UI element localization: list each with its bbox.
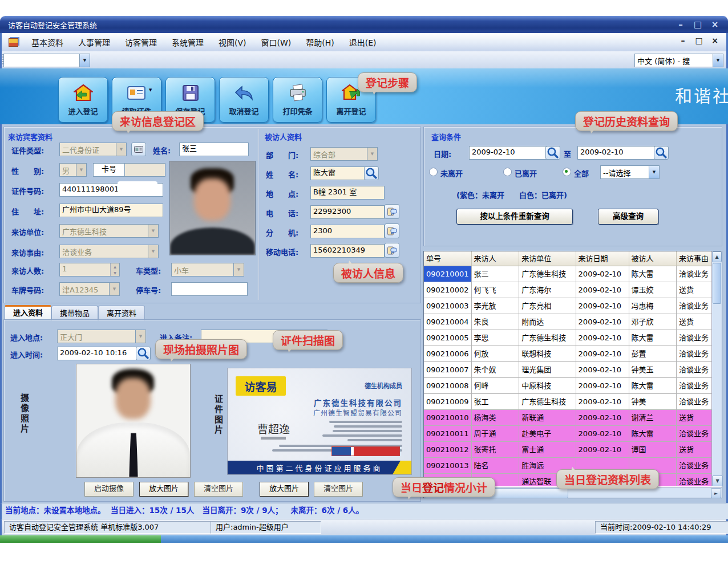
table-cell[interactable]: 陈大雷 — [629, 330, 677, 346]
menu-exit[interactable]: 退出(E) — [342, 36, 384, 48]
table-cell[interactable]: 周于通 — [472, 426, 520, 442]
table-cell[interactable]: 彭置 — [629, 346, 677, 362]
table-cell[interactable]: 何峰 — [472, 378, 520, 394]
plate-combobox[interactable]: 津A12345▼ — [59, 282, 120, 296]
visited-name-field[interactable]: 陈大雷 — [310, 166, 366, 180]
column-header[interactable]: 来访人 — [472, 251, 520, 266]
language-combobox[interactable]: 中文 (简体) - 搜 ▼ — [634, 54, 723, 67]
menu-view[interactable]: 视图(V) — [211, 36, 254, 48]
table-cell[interactable]: 广东德生科技 — [519, 394, 576, 410]
stepper-down-icon[interactable]: ▼ — [111, 270, 119, 276]
filter-combobox[interactable]: --请选择▼ — [600, 165, 660, 179]
zoom-card-button[interactable]: 放大图片 — [260, 482, 309, 497]
chevron-down-icon[interactable]: ▼ — [109, 283, 119, 295]
radio-all[interactable] — [563, 168, 571, 176]
table-cell[interactable]: 中原科技 — [519, 378, 576, 394]
place-field[interactable]: B幢 2301 室 — [310, 186, 385, 200]
table-cell[interactable]: 2009-02-10 — [576, 266, 629, 282]
scrollbar-thumb[interactable] — [713, 263, 721, 304]
table-cell[interactable]: 李光放 — [472, 298, 520, 314]
scroll-right-icon[interactable]: ► — [711, 488, 721, 498]
table-cell[interactable]: 张寄托 — [472, 442, 520, 458]
chevron-down-icon[interactable]: ▼ — [148, 225, 158, 237]
menu-hr[interactable]: 人事管理 — [71, 36, 118, 48]
table-cell[interactable]: 2009-02-10 — [576, 426, 629, 442]
table-cell[interactable]: 090210011 — [424, 426, 472, 442]
table-cell[interactable]: 赴美电子 — [519, 426, 576, 442]
tab-leave-info[interactable]: 离开资料 — [98, 306, 145, 320]
table-cell[interactable]: 090210008 — [424, 378, 472, 394]
sms-icon[interactable] — [385, 243, 399, 258]
table-cell[interactable]: 2009-02-10 — [576, 442, 629, 458]
table-cell[interactable]: 2009-02-10 — [576, 330, 629, 346]
table-cell[interactable]: 谢清兰 — [629, 410, 677, 426]
tab-carried-items[interactable]: 携带物品 — [51, 306, 98, 320]
date-from-field[interactable]: 2009-02-10 — [469, 146, 549, 160]
address-field[interactable]: 广州市中山大道89号 — [59, 204, 163, 217]
car-type-combobox[interactable]: 小车▼ — [171, 263, 244, 277]
table-row[interactable]: 090210005李思广东德生科技2009-02-10陈大雷洽谈业务 — [424, 330, 722, 346]
restore-button[interactable]: □ — [691, 19, 704, 30]
scroll-down-icon[interactable]: ▼ — [712, 475, 723, 486]
quick-select-combobox[interactable]: ▼ — [3, 54, 90, 67]
chevron-down-icon[interactable]: ▼ — [116, 143, 126, 156]
requery-button[interactable]: 按以上条件重新查询 — [456, 209, 573, 225]
start-camera-button[interactable]: 启动摄像 — [84, 482, 134, 497]
card-reader-icon[interactable] — [131, 143, 146, 156]
table-cell[interactable]: 富士通 — [519, 442, 576, 458]
radio-left[interactable] — [503, 168, 512, 176]
table-cell[interactable]: 何放 — [472, 346, 520, 362]
table-cell[interactable]: 李思 — [472, 330, 520, 346]
cancel-register-button[interactable]: 取消登记 — [219, 77, 269, 123]
entry-place-combobox[interactable]: 正大门▼ — [57, 330, 146, 343]
table-cell[interactable]: 2009-02-10 — [576, 298, 629, 314]
tab-entry-info[interactable]: 进入资料 — [5, 305, 51, 320]
entry-time-field[interactable]: 2009-02-10 10:16 — [57, 347, 139, 360]
child-close-button[interactable]: × — [710, 36, 720, 45]
vertical-scrollbar[interactable]: ▲ ▼ — [711, 251, 722, 486]
print-slip-button[interactable]: 打印凭条 — [273, 77, 322, 123]
column-header[interactable]: 被访人 — [629, 251, 677, 266]
table-cell[interactable]: 陈大雷 — [629, 266, 677, 282]
table-cell[interactable]: 090210003 — [424, 298, 472, 314]
table-cell[interactable]: 理光集团 — [519, 362, 576, 378]
parking-field[interactable] — [171, 282, 248, 296]
table-row[interactable]: 090210002何飞飞广东海尔2009-02-10谭玉姣送货 — [424, 282, 722, 298]
table-cell[interactable]: 张工 — [472, 394, 520, 410]
gender-combobox[interactable]: 男▼ — [59, 163, 87, 177]
table-row[interactable]: 090210004朱良附而达2009-02-10邓子欣送货 — [424, 314, 722, 330]
table-cell[interactable]: 2009-02-10 — [576, 378, 629, 394]
table-cell[interactable]: 广东德生科技 — [519, 266, 576, 282]
child-minimize-button[interactable]: – — [678, 36, 688, 45]
column-header[interactable]: 单号 — [424, 251, 472, 266]
sms-icon[interactable] — [385, 223, 399, 238]
table-cell[interactable]: 090210006 — [424, 346, 472, 362]
chevron-down-icon[interactable]: ▼ — [233, 263, 244, 276]
table-cell[interactable]: 090210012 — [424, 442, 472, 458]
table-cell[interactable]: 朱个奴 — [472, 362, 520, 378]
table-cell[interactable]: 2009-02-10 — [576, 394, 629, 410]
menu-system[interactable]: 系统管理 — [164, 36, 211, 48]
advanced-query-button[interactable]: 高级查询 — [598, 209, 658, 225]
chevron-down-icon[interactable]: ▼ — [135, 330, 145, 343]
search-person-icon[interactable] — [364, 166, 379, 180]
date-picker-icon[interactable] — [654, 146, 669, 160]
zoom-photo-button[interactable]: 放大图片 — [139, 482, 188, 497]
table-cell[interactable]: 090210010 — [424, 410, 472, 426]
chevron-down-icon[interactable]: ▼ — [148, 245, 158, 258]
date-picker-icon[interactable] — [545, 146, 560, 160]
menu-basic-data[interactable]: 基本资料 — [24, 36, 71, 48]
scroll-up-icon[interactable]: ▲ — [712, 251, 722, 262]
clear-photo-button[interactable]: 清空图片 — [194, 482, 243, 497]
table-row[interactable]: 090210010杨海类新联通2009-02-10谢清兰送货 — [424, 410, 722, 426]
table-cell[interactable]: 联想科技 — [519, 346, 576, 362]
table-cell[interactable]: 陈大雷 — [629, 378, 677, 394]
table-cell[interactable]: 2009-02-10 — [576, 282, 629, 298]
table-row[interactable]: 090210003李光放广东亮相2009-02-10冯惠梅洽谈业务 — [424, 298, 722, 314]
table-row[interactable]: 090210007朱个奴理光集团2009-02-10钟美玉洽谈业务 — [424, 362, 722, 378]
table-row[interactable]: 090210011周于通赴美电子2009-02-10陈大雷洽谈业务 — [424, 426, 722, 442]
table-cell[interactable]: 2009-02-10 — [576, 410, 629, 426]
table-cell[interactable]: 广东亮相 — [519, 298, 576, 314]
table-row[interactable]: 090210012张寄托富士通2009-02-10谭国送货 — [424, 442, 722, 458]
table-cell[interactable]: 090210009 — [424, 394, 472, 410]
